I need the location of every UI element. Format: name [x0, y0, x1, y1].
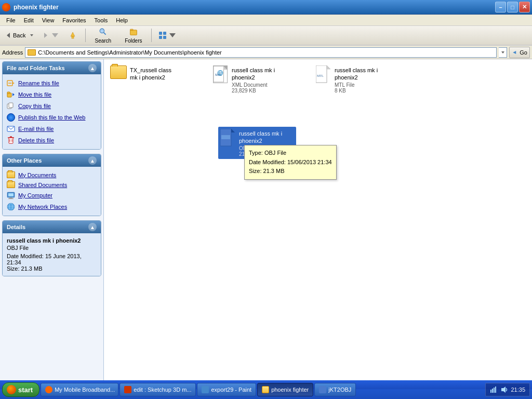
mtl-name: russell class mk i phoenix2	[335, 66, 379, 82]
folders-label: Folders	[125, 38, 142, 44]
close-button[interactable]: ✕	[519, 2, 530, 12]
views-button[interactable]	[155, 28, 180, 43]
delete-icon	[7, 136, 15, 144]
file-tasks-header[interactable]: File and Folder Tasks ▲	[3, 62, 101, 74]
task-copy[interactable]: Copy this file	[5, 100, 99, 112]
window-title: phoenix fighter	[14, 4, 59, 11]
details-section: Details ▲ russell class mk i phoenix2 OB…	[2, 220, 101, 276]
address-path[interactable]: C:\Documents and Settings\Administrator\…	[38, 49, 494, 56]
file-tooltip: Type: OBJ File Date Modified: 15/06/2013…	[244, 145, 337, 180]
svg-rect-9	[130, 30, 137, 35]
my-documents-icon	[7, 171, 15, 178]
go-button[interactable]: Go	[509, 47, 530, 58]
main-area: File and Folder Tasks ▲ Rename this file	[0, 59, 532, 380]
svg-rect-37	[8, 198, 14, 199]
svg-marker-23	[12, 93, 15, 96]
start-label: start	[18, 386, 33, 394]
move-icon	[7, 90, 15, 99]
details-body: russell class mk i phoenix2 OBJ File Dat…	[3, 233, 101, 276]
menu-favorites[interactable]: Favorites	[58, 16, 90, 24]
phoenix-icon	[262, 386, 269, 393]
place-my-documents[interactable]: My Documents	[5, 170, 99, 180]
menu-bar: File Edit View Favorites Tools Help	[0, 15, 532, 26]
tooltip-modified-value: 15/06/2013 21:34	[287, 159, 332, 165]
task-rename[interactable]: Rename this file	[5, 77, 99, 89]
start-button[interactable]: start	[2, 382, 39, 397]
tooltip-type-value: OBJ File	[264, 150, 286, 156]
svg-marker-20	[12, 82, 15, 84]
task-email[interactable]: E-mail this file	[5, 123, 99, 135]
file-area[interactable]: TX_russell class mk i phoenix2 XML	[104, 59, 532, 380]
task-rename-label: Rename this file	[18, 80, 59, 86]
task-delete[interactable]: Delete this file	[5, 135, 99, 146]
file-item-mtl[interactable]: MTL russell class mk i phoenix2 MTL File…	[314, 63, 381, 96]
task-publish-label: Publish this file to the Web	[18, 114, 85, 121]
task-move[interactable]: Move this file	[5, 89, 99, 100]
toolbar-separator-1	[85, 29, 86, 42]
forward-button[interactable]	[37, 28, 63, 43]
menu-tools[interactable]: Tools	[90, 16, 112, 24]
address-label: Address	[2, 49, 23, 56]
my-documents-label: My Documents	[18, 172, 56, 178]
tooltip-type: Type: OBJ File	[249, 149, 332, 158]
svg-line-8	[104, 32, 106, 34]
xml-name: russell class mk i phoenix2	[232, 66, 276, 82]
svg-rect-10	[130, 29, 133, 30]
folder-icon-row: TX_russell class mk i phoenix2	[110, 65, 174, 82]
other-places-collapse[interactable]: ▲	[88, 156, 97, 165]
date-modified-label: Date Modified:	[7, 253, 44, 259]
back-button[interactable]: Back	[2, 28, 28, 43]
svg-marker-62	[501, 387, 506, 393]
search-button[interactable]: Search	[89, 26, 117, 44]
place-network[interactable]: My Network Places	[5, 201, 99, 212]
other-places-header[interactable]: Other Places ▲	[3, 154, 101, 167]
back-dropdown[interactable]	[28, 28, 35, 43]
jkt2obj-label: jKT2OBJ	[328, 387, 351, 393]
svg-rect-35	[8, 193, 14, 196]
menu-view[interactable]: View	[38, 16, 59, 24]
details-collapse[interactable]: ▲	[88, 223, 97, 231]
address-input-wrap: C:\Documents and Settings\Administrator\…	[25, 47, 497, 58]
svg-marker-4	[71, 32, 75, 36]
tooltip-size-value: 21.3 MB	[263, 168, 285, 174]
menu-help[interactable]: Help	[112, 16, 132, 24]
svg-rect-22	[7, 92, 10, 94]
xml-icon-row: XML russell class mk i phoenix2 XML Docu…	[213, 65, 276, 94]
maximize-button[interactable]: □	[507, 2, 518, 12]
taskbar: start My Mobile Broadband... edit : Sket…	[0, 380, 532, 399]
tooltip-type-label: Type:	[249, 150, 263, 156]
details-header[interactable]: Details ▲	[3, 221, 101, 233]
file-item-xml[interactable]: XML russell class mk i phoenix2 XML Docu…	[211, 63, 278, 96]
address-dropdown[interactable]	[499, 47, 507, 58]
taskbar-task-paint[interactable]: export29 - Paint	[197, 383, 256, 396]
folders-button[interactable]: Folders	[119, 26, 148, 44]
svg-rect-5	[72, 36, 74, 38]
task-copy-label: Copy this file	[18, 103, 51, 109]
minimize-button[interactable]: –	[495, 2, 506, 12]
taskbar-task-phoenix[interactable]: phoenix fighter	[257, 383, 313, 396]
back-label: Back	[13, 32, 25, 38]
task-publish[interactable]: Publish this file to the Web	[5, 112, 99, 123]
xml-size: 23,829 KB	[232, 88, 276, 94]
svg-marker-45	[224, 66, 228, 69]
file-item-folder[interactable]: TX_russell class mk i phoenix2	[108, 63, 176, 96]
place-shared-documents[interactable]: Shared Documents	[5, 180, 99, 190]
taskbar-task-broadband[interactable]: My Mobile Broadband...	[41, 383, 118, 396]
menu-file[interactable]: File	[2, 16, 20, 24]
task-email-label: E-mail this file	[18, 126, 54, 132]
file-tasks-collapse[interactable]: ▲	[88, 64, 97, 72]
menu-edit[interactable]: Edit	[20, 16, 38, 24]
folder-large-icon	[110, 65, 127, 79]
taskbar-task-sketchup[interactable]: edit : Sketchup 3D m...	[119, 383, 196, 396]
search-label: Search	[95, 38, 111, 44]
details-date: Date Modified: 15 June 2013, 21:34	[7, 253, 97, 265]
place-my-computer[interactable]: My Computer	[5, 190, 99, 201]
svg-rect-14	[163, 36, 166, 39]
up-button[interactable]	[65, 28, 82, 43]
sketchup-label: edit : Sketchup 3D m...	[134, 387, 191, 393]
svg-marker-17	[513, 51, 516, 54]
svg-marker-44	[224, 66, 228, 69]
other-places-section: Other Places ▲ My Documents Shared Docum…	[2, 154, 101, 216]
taskbar-task-jkt2obj[interactable]: jKT2OBJ	[314, 383, 356, 396]
left-panel: File and Folder Tasks ▲ Rename this file	[0, 59, 104, 380]
